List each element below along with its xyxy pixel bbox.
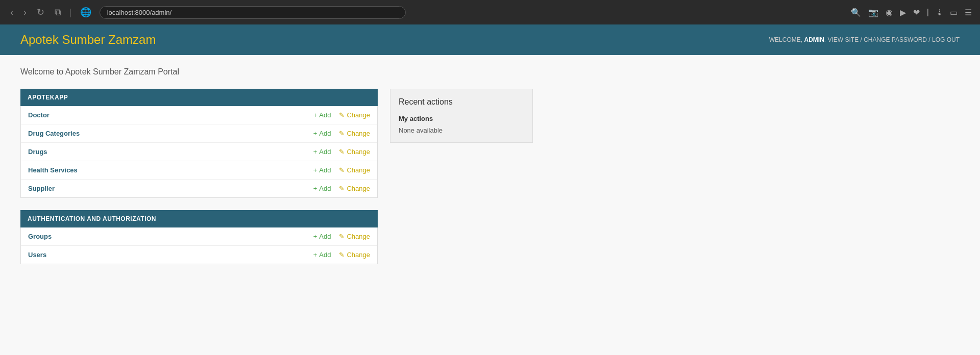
welcome-message: Welcome to Apotek Sumber Zamzam Portal bbox=[20, 67, 960, 77]
admin-site-title: Apotek Sumber Zamzam bbox=[20, 33, 156, 47]
plus-icon: + bbox=[313, 166, 317, 174]
browser-separator: | bbox=[69, 7, 72, 18]
admin-user-nav: WELCOME, ADMIN. VIEW SITE / CHANGE PASSW… bbox=[769, 36, 960, 43]
users-model-link[interactable]: Users bbox=[28, 251, 313, 259]
recent-actions-box: Recent actions My actions None available bbox=[390, 89, 533, 143]
health-services-add-link[interactable]: + Add bbox=[313, 166, 331, 174]
browser-apps-button[interactable]: ⧉ bbox=[53, 6, 63, 19]
pencil-icon: ✎ bbox=[339, 185, 345, 192]
groups-add-link[interactable]: + Add bbox=[313, 233, 331, 240]
main-content: Welcome to Apotek Sumber Zamzam Portal A… bbox=[0, 55, 980, 355]
apotekapp-section-header: APOTEKAPP bbox=[20, 89, 378, 106]
pencil-icon: ✎ bbox=[339, 130, 345, 137]
browser-camera-icon[interactable]: 📷 bbox=[868, 8, 878, 17]
browser-address-bar[interactable]: localhost:8000/admin/ bbox=[100, 6, 406, 19]
supplier-add-link[interactable]: + Add bbox=[313, 185, 331, 192]
plus-icon: + bbox=[313, 130, 317, 137]
health-services-model-link[interactable]: Health Services bbox=[28, 166, 313, 174]
supplier-model-link[interactable]: Supplier bbox=[28, 185, 313, 192]
logout-link[interactable]: LOG OUT bbox=[932, 36, 960, 43]
browser-settings-icon[interactable]: ◉ bbox=[886, 8, 893, 17]
table-row: Drugs + Add ✎ Change bbox=[21, 143, 377, 161]
pencil-icon: ✎ bbox=[339, 251, 345, 259]
browser-toolbar-icons: 🔍 📷 ◉ ▶ ❤ | ⇣ ▭ ☰ bbox=[851, 8, 972, 17]
browser-back-button[interactable]: ‹ bbox=[8, 6, 15, 19]
table-row: Drug Categories + Add ✎ Change bbox=[21, 124, 377, 143]
groups-model-link[interactable]: Groups bbox=[28, 233, 313, 240]
plus-icon: + bbox=[313, 233, 317, 240]
pencil-icon: ✎ bbox=[339, 148, 345, 156]
drug-categories-add-link[interactable]: + Add bbox=[313, 130, 331, 137]
plus-icon: + bbox=[313, 111, 317, 119]
drug-categories-model-link[interactable]: Drug Categories bbox=[28, 130, 313, 137]
browser-heart-icon[interactable]: ❤ bbox=[913, 8, 920, 17]
right-panel: Recent actions My actions None available bbox=[390, 89, 533, 276]
browser-download-icon[interactable]: ⇣ bbox=[936, 8, 943, 17]
browser-menu-icon[interactable]: ☰ bbox=[965, 8, 972, 17]
table-row: Health Services + Add ✎ Change bbox=[21, 161, 377, 180]
table-row: Users + Add ✎ Change bbox=[21, 246, 377, 264]
groups-change-link[interactable]: ✎ Change bbox=[339, 233, 370, 240]
apotekapp-section-body: Doctor + Add ✎ Change Drug Categories + … bbox=[20, 106, 378, 198]
admin-header: Apotek Sumber Zamzam WELCOME, ADMIN. VIE… bbox=[0, 24, 980, 55]
auth-section-body: Groups + Add ✎ Change Users + Add ✎ Chan… bbox=[20, 227, 378, 264]
health-services-actions: + Add ✎ Change bbox=[313, 166, 370, 174]
drugs-actions: + Add ✎ Change bbox=[313, 148, 370, 156]
table-row: Doctor + Add ✎ Change bbox=[21, 106, 377, 124]
supplier-change-link[interactable]: ✎ Change bbox=[339, 185, 370, 192]
table-row: Supplier + Add ✎ Change bbox=[21, 180, 377, 197]
plus-icon: + bbox=[313, 185, 317, 192]
users-change-link[interactable]: ✎ Change bbox=[339, 251, 370, 259]
users-actions: + Add ✎ Change bbox=[313, 251, 370, 259]
browser-profile-icon[interactable]: ▭ bbox=[950, 8, 958, 17]
content-layout: APOTEKAPP Doctor + Add ✎ Change Drug Cat… bbox=[20, 89, 960, 276]
groups-actions: + Add ✎ Change bbox=[313, 233, 370, 240]
browser-play-icon[interactable]: ▶ bbox=[900, 8, 906, 17]
drugs-model-link[interactable]: Drugs bbox=[28, 148, 313, 156]
change-password-link[interactable]: CHANGE PASSWORD bbox=[864, 36, 927, 43]
drug-categories-actions: + Add ✎ Change bbox=[313, 130, 370, 137]
doctor-model-link[interactable]: Doctor bbox=[28, 111, 313, 119]
browser-reload-button[interactable]: ↻ bbox=[35, 6, 46, 19]
browser-search-icon[interactable]: 🔍 bbox=[851, 8, 861, 17]
table-row: Groups + Add ✎ Change bbox=[21, 227, 377, 246]
none-available-text: None available bbox=[399, 126, 524, 134]
browser-separator2: | bbox=[927, 8, 929, 17]
left-panel: APOTEKAPP Doctor + Add ✎ Change Drug Cat… bbox=[20, 89, 378, 276]
doctor-change-link[interactable]: ✎ Change bbox=[339, 111, 370, 119]
my-actions-label: My actions bbox=[399, 115, 524, 122]
auth-section-header: AUTHENTICATION AND AUTHORIZATION bbox=[20, 210, 378, 227]
welcome-label: WELCOME, bbox=[769, 36, 802, 43]
browser-chrome: ‹ › ↻ ⧉ | 🌐 localhost:8000/admin/ 🔍 📷 ◉ … bbox=[0, 0, 980, 24]
drug-categories-change-link[interactable]: ✎ Change bbox=[339, 130, 370, 137]
auth-section: AUTHENTICATION AND AUTHORIZATION Groups … bbox=[20, 210, 378, 264]
supplier-actions: + Add ✎ Change bbox=[313, 185, 370, 192]
recent-actions-title: Recent actions bbox=[399, 97, 524, 107]
admin-username: ADMIN bbox=[804, 36, 824, 43]
pencil-icon: ✎ bbox=[339, 166, 345, 174]
apotekapp-section: APOTEKAPP Doctor + Add ✎ Change Drug Cat… bbox=[20, 89, 378, 198]
plus-icon: + bbox=[313, 148, 317, 156]
users-add-link[interactable]: + Add bbox=[313, 251, 331, 259]
plus-icon: + bbox=[313, 251, 317, 259]
doctor-add-link[interactable]: + Add bbox=[313, 111, 331, 119]
view-site-link[interactable]: VIEW SITE bbox=[827, 36, 859, 43]
browser-forward-button[interactable]: › bbox=[21, 6, 29, 19]
doctor-actions: + Add ✎ Change bbox=[313, 111, 370, 119]
browser-globe-icon: 🌐 bbox=[78, 6, 93, 19]
drugs-add-link[interactable]: + Add bbox=[313, 148, 331, 156]
health-services-change-link[interactable]: ✎ Change bbox=[339, 166, 370, 174]
pencil-icon: ✎ bbox=[339, 111, 345, 119]
pencil-icon: ✎ bbox=[339, 233, 345, 240]
drugs-change-link[interactable]: ✎ Change bbox=[339, 148, 370, 156]
